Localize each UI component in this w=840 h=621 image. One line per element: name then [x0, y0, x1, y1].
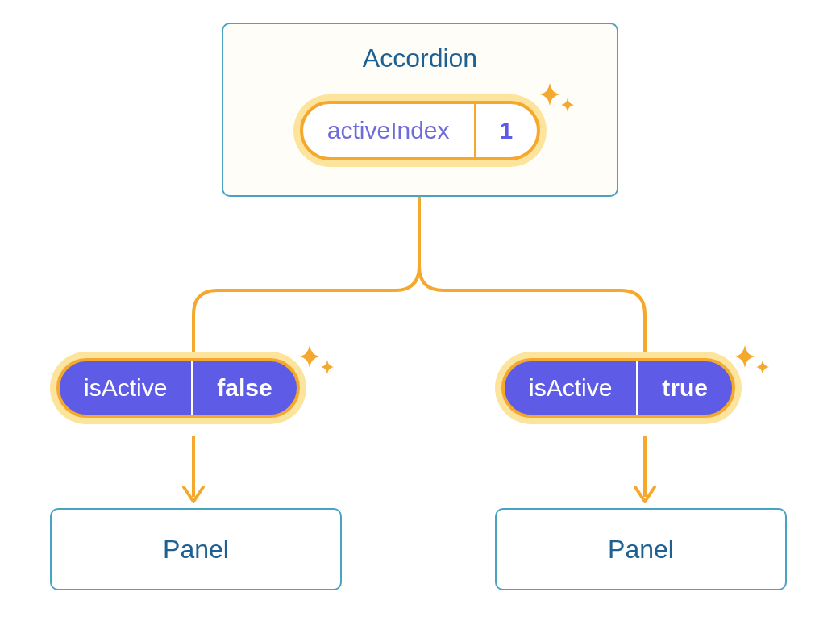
- state-pill-wrapper: activeIndex 1: [293, 94, 547, 167]
- panel-label-left: Panel: [163, 535, 229, 565]
- prop-label-right: isActive: [505, 361, 636, 415]
- state-pill-outer: activeIndex 1: [293, 94, 547, 167]
- panel-box-right: Panel: [495, 508, 787, 590]
- state-pill: activeIndex 1: [300, 101, 540, 160]
- prop-pill-outer-left: isActive false: [50, 352, 306, 424]
- prop-value-right: true: [636, 361, 732, 415]
- panel-box-left: Panel: [50, 508, 342, 590]
- prop-pill-wrapper-right: isActive true: [495, 352, 742, 424]
- panel-label-right: Panel: [608, 535, 674, 565]
- prop-pill-outer-right: isActive true: [495, 352, 742, 424]
- state-label: activeIndex: [303, 104, 474, 157]
- state-value: 1: [474, 104, 538, 157]
- accordion-component-box: Accordion activeIndex 1: [222, 23, 618, 197]
- prop-label-left: isActive: [60, 361, 191, 415]
- accordion-title: Accordion: [363, 44, 477, 73]
- prop-pill-left: isActive false: [56, 358, 300, 418]
- prop-value-left: false: [191, 361, 296, 415]
- prop-pill-right: isActive true: [501, 358, 735, 418]
- prop-pill-wrapper-left: isActive false: [50, 352, 306, 424]
